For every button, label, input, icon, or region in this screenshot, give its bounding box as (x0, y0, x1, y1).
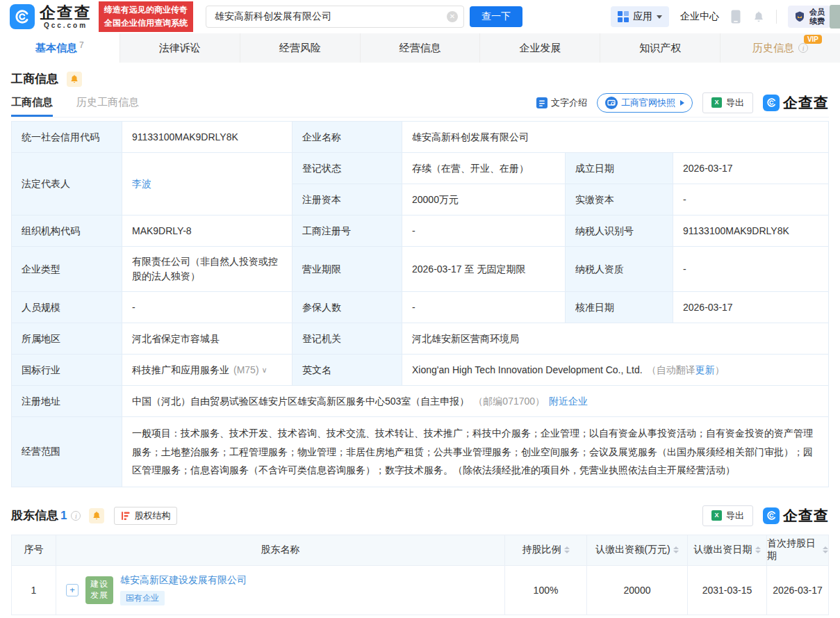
tab-legal-litigation[interactable]: 法律诉讼 (120, 33, 240, 63)
subtab-business-info[interactable]: 工商信息 (11, 88, 53, 117)
export-button[interactable]: 导出 (702, 92, 753, 113)
tab-label: 基本信息 (35, 42, 77, 55)
label-reg-capital: 注册资本 (293, 184, 402, 216)
subtab-row: 工商信息 历史工商信息 文字介绍 工商官网快照 导出 企查查 (11, 88, 829, 117)
label-company-type: 企业类型 (12, 247, 122, 292)
brand-name: 企查查 (783, 93, 829, 113)
column-header-sub-date[interactable]: 认缴出资日期 (688, 535, 767, 566)
mobile-app-icon[interactable] (730, 9, 741, 24)
brand-name: 企查查 (783, 506, 829, 526)
main-tab-bar: 基本信息 7 法律诉讼 经营风险 经营信息 企业发展 知识产权 VIP 历史信息 (0, 33, 840, 63)
label-business-term: 营业期限 (293, 247, 402, 292)
tab-operation-info[interactable]: 经营信息 (361, 33, 481, 63)
sort-icon (823, 546, 828, 553)
text-intro-button[interactable]: 文字介绍 (536, 97, 587, 109)
clear-search-icon[interactable] (447, 11, 458, 22)
gov-snapshot-label: 工商官网快照 (621, 97, 675, 109)
label-reg-status: 登记状态 (293, 153, 402, 184)
tab-operation-risk[interactable]: 经营风险 (240, 33, 361, 63)
browser-edge-fragment (830, 5, 840, 29)
label-english-name: 英文名 (293, 355, 402, 386)
value-reg-status: 存续（在营、开业、在册） (402, 153, 566, 184)
shareholder-count: 1 (60, 509, 67, 523)
legal-rep-link[interactable]: 李波 (132, 177, 151, 191)
member-renew-button[interactable]: 会员 续费 (788, 6, 830, 28)
notification-bell-icon[interactable] (752, 10, 765, 24)
label-reg-authority: 登记机关 (293, 323, 402, 355)
qcc-watermark-logo[interactable]: 企查查 (763, 93, 829, 113)
update-translation-link[interactable]: 更新 (695, 363, 715, 377)
excel-icon (711, 97, 722, 108)
subtab-history-business-info[interactable]: 历史工商信息 (76, 88, 139, 117)
column-header-first-date[interactable]: 首次持股日期 (767, 535, 828, 566)
nearby-companies-link[interactable]: 附近企业 (549, 394, 588, 409)
value-reg-authority: 河北雄安新区营商环境局 (402, 323, 828, 355)
row-sub-date: 2031-03-15 (688, 566, 767, 615)
auto-translate-note-close: ） (715, 363, 725, 377)
value-business-term: 2026-03-17 至 无固定期限 (402, 247, 566, 292)
column-label: 首次持股日期 (767, 537, 820, 562)
tab-label: 知识产权 (639, 42, 681, 55)
brand-name: 企查查 (40, 5, 92, 21)
enterprise-center-link[interactable]: 企业中心 (680, 10, 719, 23)
search-input[interactable] (215, 11, 447, 22)
value-org-code: MAK9DRLY-8 (122, 216, 293, 247)
search-button[interactable]: 查一下 (470, 6, 522, 27)
value-reg-number: - (402, 216, 566, 247)
label-taxpayer-id: 纳税人识别号 (566, 216, 673, 247)
industry-text: 科技推广和应用服务业 (132, 363, 229, 377)
business-info-title-row: 工商信息 (11, 63, 829, 88)
column-header-ratio[interactable]: 持股比例 (505, 535, 587, 566)
qcc-logo-text: 企查查 Qcc.com (40, 5, 92, 29)
column-header-amount[interactable]: 认缴出资额(万元) (587, 535, 688, 566)
shareholder-company-link[interactable]: 雄安高新区建设发展有限公司 (120, 574, 247, 587)
slogan-banner: 缔造有远见的商业传奇 全国企业信用查询系统 (99, 1, 193, 31)
value-english-name: Xiong'an High Tech Innovation Developmen… (402, 355, 828, 386)
label-address: 注册地址 (12, 386, 122, 417)
divider (776, 10, 777, 24)
monitor-bell-icon[interactable] (89, 508, 104, 523)
column-label: 认缴出资额(万元) (595, 544, 670, 556)
chevron-down-icon[interactable] (262, 364, 267, 376)
column-header-index: 序号 (12, 535, 56, 566)
equity-structure-button[interactable]: 股权结构 (114, 507, 177, 525)
snapshot-camera-icon (605, 97, 618, 109)
chevron-down-icon (657, 15, 662, 19)
export-label: 导出 (726, 510, 744, 522)
value-region: 河北省保定市容城县 (122, 323, 293, 355)
shareholders-actions: 导出 企查查 (702, 505, 829, 526)
apps-dropdown[interactable]: 应用 (611, 6, 669, 27)
column-label: 持股比例 (522, 544, 561, 556)
shareholders-table: 序号 股东名称 持股比例 认缴出资额(万元) 认缴出资日期 首次持股日期 1 建… (11, 535, 829, 615)
tab-company-development[interactable]: 企业发展 (480, 33, 600, 63)
label-approval-date: 核准日期 (566, 292, 673, 323)
member-line2: 续费 (809, 17, 825, 26)
label-company-name: 企业名称 (293, 122, 402, 153)
label-establish-date: 成立日期 (566, 153, 673, 184)
label-taxpayer-quality: 纳税人资质 (566, 247, 673, 292)
member-line1: 会员 (809, 8, 825, 17)
gov-snapshot-button[interactable]: 工商官网快照 (597, 93, 693, 113)
label-insured-count: 参保人数 (293, 292, 402, 323)
value-address: 中国（河北）自由贸易试验区雄安片区雄安高新区服务中心503室（自主申报） （邮编… (122, 386, 828, 417)
monitor-bell-icon[interactable] (67, 72, 82, 87)
qcc-logo[interactable]: 企查查 Qcc.com (10, 4, 92, 29)
member-renew-label: 会员 续费 (809, 8, 825, 26)
tab-basic-info[interactable]: 基本信息 7 (0, 33, 120, 63)
value-insured-count: - (402, 292, 566, 323)
tab-history-info[interactable]: VIP 历史信息 (720, 33, 840, 63)
label-industry: 国标行业 (12, 355, 122, 386)
qcc-logo-icon (763, 507, 780, 524)
label-reg-number: 工商注册号 (293, 216, 402, 247)
tab-label: 历史信息 (752, 42, 794, 55)
tab-intellectual-property[interactable]: 知识产权 (600, 33, 720, 63)
info-circle-icon[interactable] (71, 511, 81, 521)
value-taxpayer-quality: - (673, 247, 828, 292)
english-name-text: Xiong'an High Tech Innovation Developmen… (412, 363, 643, 377)
export-button[interactable]: 导出 (702, 505, 753, 526)
search-area: 查一下 (206, 6, 522, 28)
qcc-watermark-logo[interactable]: 企查查 (763, 506, 829, 526)
expand-row-button[interactable] (66, 584, 79, 596)
column-label: 认缴出资日期 (694, 544, 752, 556)
export-label: 导出 (726, 97, 744, 109)
